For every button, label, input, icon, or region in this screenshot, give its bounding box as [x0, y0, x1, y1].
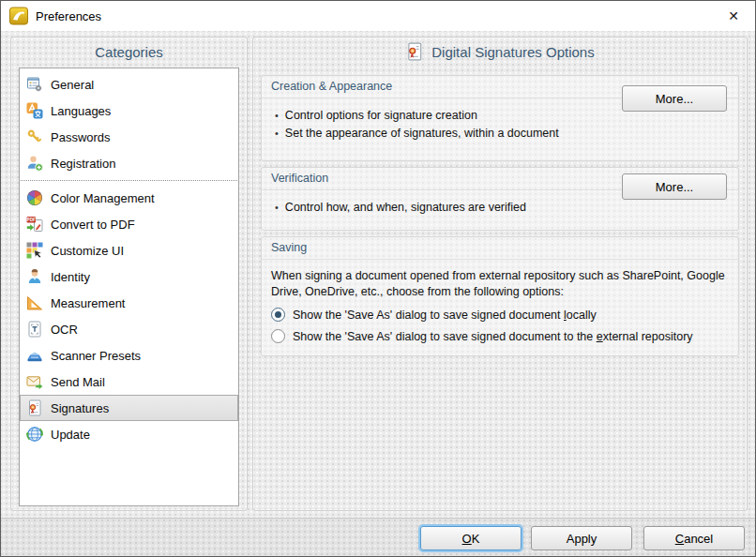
bullet-item: Control how, and when, signatures are ve… — [275, 199, 738, 217]
radio-label: Show the 'Save As' dialog to save signed… — [293, 309, 597, 322]
radio-save-external-repository[interactable]: Show the 'Save As' dialog to save signed… — [271, 329, 738, 343]
svg-text:PDF: PDF — [27, 218, 36, 222]
verification-more-button[interactable]: More... — [622, 173, 727, 200]
sidebar-item-signatures[interactable]: Signatures — [20, 395, 238, 421]
sidebar-item-scanner-presets[interactable]: Scanner Presets — [20, 342, 238, 369]
sidebar-item-label: Passwords — [51, 130, 111, 144]
radio-label: Show the 'Save As' dialog to save signed… — [293, 330, 693, 343]
options-title: Digital Signatures Options — [431, 44, 594, 60]
options-header: Digital Signatures Options — [253, 38, 747, 66]
sidebar-item-label: Identity — [51, 270, 90, 284]
sidebar-item-passwords[interactable]: Passwords — [20, 124, 238, 150]
section-title: Saving — [262, 237, 738, 260]
categories-list[interactable]: General Languages Passwords Registration… — [19, 68, 239, 506]
sidebar-item-identity[interactable]: Identity — [20, 263, 238, 290]
radio-unselected-icon[interactable] — [271, 329, 285, 343]
sidebar-item-measurement[interactable]: Measurement — [20, 290, 238, 316]
categories-panel: Categories General Languages Passwords R… — [10, 37, 248, 511]
sidebar-item-label: Scanner Presets — [51, 349, 141, 363]
apply-button[interactable]: Apply — [531, 526, 632, 550]
sidebar-item-ocr[interactable]: OCR — [20, 316, 238, 342]
sidebar-item-customize-ui[interactable]: Customize UI — [20, 237, 238, 263]
radio-selected-icon[interactable] — [271, 308, 285, 322]
sidebar-item-convert-to-pdf[interactable]: PDF Convert to PDF — [20, 211, 238, 237]
section-creation-appearance: Creation & Appearance Control options fo… — [261, 75, 739, 161]
sidebar-item-languages[interactable]: Languages — [20, 98, 238, 124]
signature-document-icon — [405, 42, 424, 61]
general-icon — [25, 75, 44, 94]
categories-header: Categories — [11, 38, 247, 66]
options-panel: Digital Signatures Options Creation & Ap… — [252, 37, 748, 511]
sidebar-item-label: Update — [51, 428, 90, 442]
creation-more-button[interactable]: More... — [622, 85, 727, 112]
title-bar: Preferences ✕ — [1, 1, 755, 31]
sidebar-item-label: Measurement — [51, 296, 125, 310]
sidebar-item-general[interactable]: General — [20, 71, 238, 98]
preferences-dialog: Preferences ✕ Categories General Languag… — [0, 0, 756, 557]
registration-icon — [25, 154, 44, 173]
sidebar-item-label: Customize UI — [51, 244, 124, 258]
color-management-icon — [25, 188, 44, 207]
sidebar-item-color-management[interactable]: Color Management — [20, 185, 238, 211]
sidebar-item-update[interactable]: Update — [20, 421, 238, 447]
creation-bullets: Control options for signature creation S… — [275, 107, 738, 143]
sidebar-item-label: Send Mail — [51, 375, 105, 389]
window-title: Preferences — [36, 9, 101, 23]
bullet-item: Set the appearance of signatures, within… — [275, 125, 738, 143]
sidebar-item-label: Signatures — [51, 401, 109, 415]
sidebar-item-label: General — [51, 78, 94, 92]
sidebar-item-label: Color Management — [51, 191, 155, 205]
send-mail-icon — [25, 372, 44, 391]
sidebar-item-label: OCR — [51, 323, 78, 337]
sidebar-item-label: Convert to PDF — [51, 218, 135, 232]
identity-icon — [25, 267, 44, 286]
scanner-presets-icon — [25, 346, 44, 365]
update-icon — [25, 425, 44, 444]
languages-icon — [25, 101, 44, 120]
signatures-icon — [25, 399, 44, 417]
customize-ui-icon — [25, 241, 44, 260]
ok-button[interactable]: OK — [420, 526, 522, 550]
list-separator — [21, 176, 237, 181]
pdf-xchange-logo-icon — [9, 7, 28, 25]
cancel-button[interactable]: Cancel — [643, 526, 745, 550]
sidebar-item-send-mail[interactable]: Send Mail — [20, 369, 238, 395]
radio-save-locally[interactable]: Show the 'Save As' dialog to save signed… — [271, 308, 738, 322]
footer-bar: OK Apply Cancel — [1, 518, 755, 556]
convert-to-pdf-icon: PDF — [25, 215, 44, 233]
sidebar-item-label: Languages — [51, 104, 111, 118]
close-icon[interactable]: ✕ — [712, 1, 755, 30]
measurement-icon — [25, 294, 44, 312]
section-saving: Saving When signing a document opened fr… — [261, 236, 739, 356]
dialog-body: Categories General Languages Passwords R… — [1, 31, 755, 556]
passwords-icon — [25, 128, 44, 146]
verification-bullets: Control how, and when, signatures are ve… — [275, 199, 738, 217]
ocr-icon — [25, 320, 44, 339]
section-verification: Verification Control how, and when, sign… — [261, 167, 739, 231]
saving-description: When signing a document opened from exte… — [271, 268, 729, 300]
sidebar-item-registration[interactable]: Registration — [20, 150, 238, 176]
sidebar-item-label: Registration — [51, 157, 115, 171]
